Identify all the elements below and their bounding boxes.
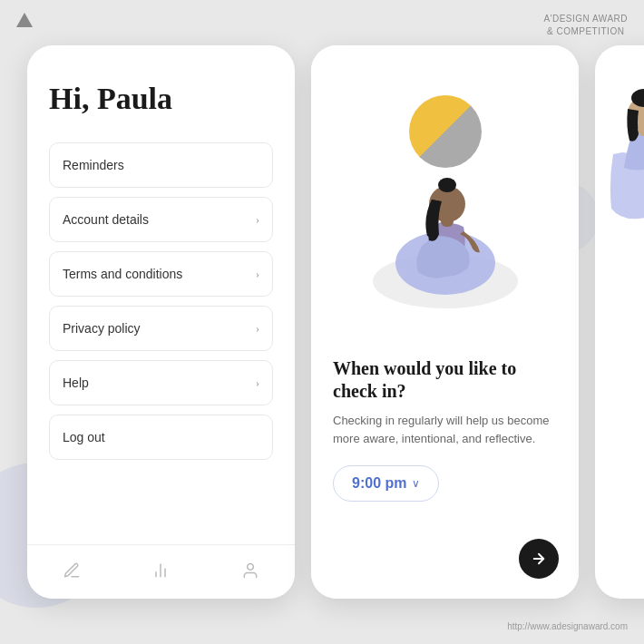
menu-item-privacy[interactable]: Privacy policy › [49, 306, 273, 351]
menu-item-logout[interactable]: Log out [49, 415, 273, 460]
right-phone-card: When would you like to check in? Checkin… [311, 45, 579, 599]
reminders-label: Reminders [63, 158, 124, 172]
chart-nav-icon[interactable] [150, 560, 171, 581]
time-selector[interactable]: 9:00 pm ∨ [333, 465, 439, 502]
account-label: Account details [63, 212, 149, 227]
left-phone-card: Hi, Paula Reminders Account details › Te… [27, 45, 295, 599]
check-in-title: When would you like to check in? [333, 357, 557, 403]
cards-container: Hi, Paula Reminders Account details › Te… [27, 45, 644, 599]
logout-label: Log out [63, 430, 105, 444]
check-in-description: Checking in regularly will help us becom… [333, 412, 557, 447]
terms-label: Terms and conditions [63, 267, 182, 281]
time-chevron-icon: ∨ [412, 477, 420, 491]
menu-list: Reminders Account details › Terms and co… [49, 142, 273, 577]
menu-item-terms[interactable]: Terms and conditions › [49, 251, 273, 297]
account-chevron-icon: › [256, 212, 259, 227]
privacy-label: Privacy policy [63, 321, 141, 336]
partial-figure-illustration [604, 82, 644, 317]
third-card-content [595, 45, 644, 357]
bottom-url: http://www.adesignaward.com [507, 621, 628, 631]
help-chevron-icon: › [256, 376, 259, 390]
terms-chevron-icon: › [256, 267, 259, 281]
triangle-logo-icon [16, 13, 33, 27]
bottom-nav [27, 544, 295, 599]
time-value: 9:00 pm [352, 475, 406, 492]
svg-point-3 [247, 563, 253, 570]
privacy-chevron-icon: › [256, 321, 259, 336]
svg-point-7 [438, 178, 456, 192]
menu-item-account[interactable]: Account details › [49, 197, 273, 242]
menu-item-help[interactable]: Help › [49, 360, 273, 405]
next-button[interactable] [519, 539, 559, 579]
illustration-area [311, 45, 579, 336]
help-label: Help [63, 376, 89, 390]
award-logo: A'DESIGN AWARD & COMPETITION [543, 13, 628, 38]
greeting-text: Hi, Paula [49, 82, 273, 115]
person-nav-icon[interactable] [239, 560, 261, 581]
seated-figure-illustration [373, 118, 518, 299]
third-phone-card-partial [595, 45, 644, 599]
menu-item-reminders[interactable]: Reminders [49, 142, 273, 188]
edit-nav-icon[interactable] [61, 560, 83, 581]
